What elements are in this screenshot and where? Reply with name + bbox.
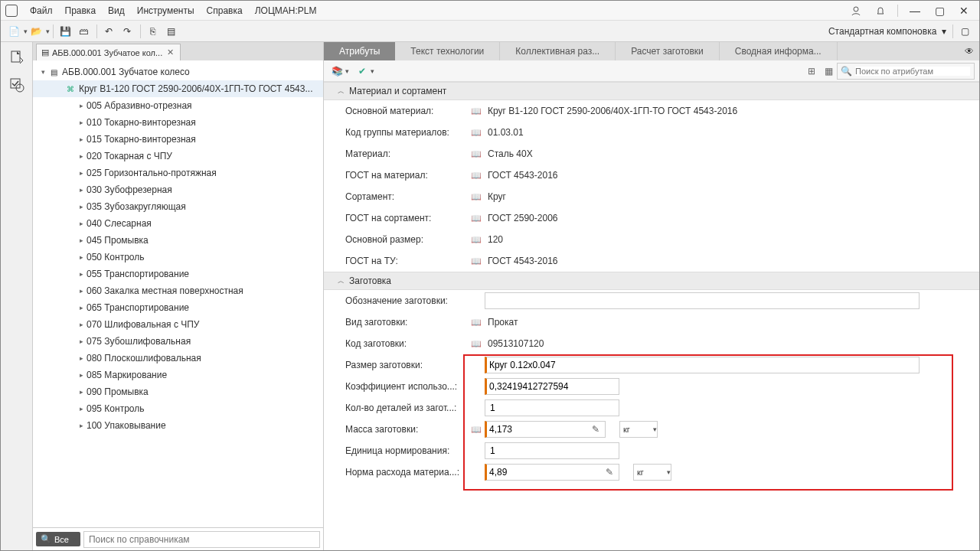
structure-tree[interactable]: ▾ ▤ АБВ.000.001 Зубчатое колесо ⌘ Круг В… (33, 60, 323, 527)
minimize-button[interactable]: — (904, 3, 926, 18)
expand-icon[interactable]: ▸ (77, 236, 85, 244)
expand-icon[interactable]: ▸ (77, 354, 85, 362)
tab-tech-text[interactable]: Текст технологии (395, 42, 500, 60)
rail-document-icon[interactable] (6, 47, 28, 68)
expand-icon[interactable]: ▸ (77, 321, 85, 328)
tree-operation-node[interactable]: ▸040 Слесарная (33, 215, 323, 232)
attr-label: Кол-во деталей из загот...: (345, 403, 471, 413)
tree-view-icon[interactable]: ⊞ (803, 63, 820, 80)
tree-operation-node[interactable]: ▸070 Шлифовальная с ЧПУ (33, 316, 323, 333)
tree-operation-node[interactable]: ▸025 Горизонтально-протяжная (33, 165, 323, 181)
save-all-icon[interactable]: 🗃 (75, 23, 92, 40)
tab-summary[interactable]: Сводная информа... (720, 42, 838, 60)
section-material[interactable]: ︿ Материал и сортамент (324, 82, 979, 100)
expand-icon[interactable]: ▸ (77, 405, 85, 412)
tree-operation-node[interactable]: ▸055 Транспортирование (33, 266, 323, 282)
maximize-button[interactable]: ▢ (929, 3, 950, 18)
tab-close-icon[interactable]: ✕ (165, 47, 175, 57)
expand-icon[interactable]: ▸ (77, 253, 85, 261)
parts-count-input[interactable] (485, 399, 619, 416)
new-icon[interactable]: 📄 (5, 23, 22, 40)
expand-icon[interactable]: ▸ (77, 287, 85, 295)
tree-operation-node[interactable]: ▸005 Абразивно-отрезная (33, 97, 323, 114)
expand-icon[interactable]: ▸ (77, 270, 85, 278)
menu-edit[interactable]: Правка (59, 1, 103, 21)
search-scope-button[interactable]: 🔍 Все ▾ (36, 532, 80, 546)
document-tab[interactable]: ▤ АБВ.000.001 Зубчатое кол... ✕ (36, 44, 181, 60)
expand-icon[interactable]: ▸ (77, 135, 85, 143)
mass-input[interactable] (485, 421, 606, 438)
tree-operation-node[interactable]: ▸010 Токарно-винторезная (33, 114, 323, 131)
tree-operation-node[interactable]: ▸045 Промывка (33, 232, 323, 249)
tree-operation-node[interactable]: ▸085 Маркирование (33, 367, 323, 383)
attr-value: Круг В1-120 ГОСТ 2590-2006/40Х-1ГП-ТО ГО… (485, 106, 921, 116)
undo-icon[interactable]: ↶ (100, 23, 117, 40)
check-icon[interactable]: ✔ (354, 63, 371, 80)
pencil-icon[interactable]: ✎ (606, 467, 613, 478)
settings-icon[interactable]: ▢ (956, 23, 973, 40)
menu-plm[interactable]: ЛОЦМАН:PLM (249, 1, 323, 21)
tree-operation-node[interactable]: ▸020 Токарная с ЧПУ (33, 148, 323, 165)
redo-icon[interactable]: ↷ (119, 23, 136, 40)
rail-check-icon[interactable] (6, 74, 28, 96)
expand-icon[interactable]: ▸ (77, 304, 85, 311)
reference-search-input[interactable] (83, 531, 320, 548)
tree-operation-node[interactable]: ▸065 Транспортирование (33, 299, 323, 316)
expand-icon[interactable]: ▸ (77, 388, 85, 396)
norm-unit-input[interactable] (485, 442, 619, 459)
designation-input[interactable] (485, 292, 920, 309)
expand-icon[interactable]: ▸ (77, 102, 85, 109)
size-input[interactable] (485, 357, 920, 373)
expand-icon[interactable]: ▸ (77, 152, 85, 160)
tree-operation-node[interactable]: ▸050 Контроль (33, 249, 323, 266)
tab-collective[interactable]: Коллективная раз... (500, 42, 616, 60)
books-icon[interactable]: 📚 (328, 63, 345, 80)
menu-view[interactable]: Вид (102, 1, 131, 21)
coefficient-input[interactable] (485, 378, 619, 395)
mass-unit-select[interactable]: кг▾ (619, 421, 658, 438)
tab-attributes[interactable]: Атрибуты (324, 42, 395, 60)
close-button[interactable]: ✕ (953, 3, 975, 18)
expand-icon[interactable]: ▸ (77, 119, 85, 126)
open-icon[interactable]: 📂 (28, 23, 44, 40)
expand-icon[interactable]: ▸ (77, 371, 85, 379)
tree-operation-node[interactable]: ▸075 Зубошлифовальная (33, 333, 323, 350)
menu-file[interactable]: Файл (24, 1, 59, 21)
attribute-search[interactable]: 🔍 (837, 63, 975, 80)
attr-label: Код заготовки: (345, 338, 471, 349)
tree-operation-node[interactable]: ▸030 Зубофрезерная (33, 181, 323, 198)
grid-view-icon[interactable]: ▦ (820, 63, 837, 80)
expand-icon[interactable]: ▸ (77, 169, 85, 177)
expand-icon[interactable]: ▸ (77, 337, 85, 345)
tree-operation-node[interactable]: ▸035 Зубозакругляющая (33, 198, 323, 215)
tree-operation-node[interactable]: ▸095 Контроль (33, 400, 323, 417)
material-norm-input[interactable] (485, 464, 619, 481)
tab-workpiece-calc[interactable]: Расчет заготовки (616, 42, 720, 60)
tree-operation-node[interactable]: ▸080 Плоскошлифовальная (33, 350, 323, 367)
tree-selected-node[interactable]: ⌘ Круг В1-120 ГОСТ 2590-2006/40Х-1ГП-ТО … (33, 80, 323, 97)
bell-icon[interactable] (870, 3, 891, 18)
expand-icon[interactable]: ▸ (77, 220, 85, 227)
menu-tools[interactable]: Инструменты (131, 1, 201, 21)
layout-selector[interactable]: Стандартная компоновка ▾ (825, 24, 949, 38)
expand-icon[interactable]: ▸ (77, 203, 85, 210)
visibility-icon[interactable]: 👁 (959, 42, 979, 60)
menu-help[interactable]: Справка (201, 1, 249, 21)
tree-operation-node[interactable]: ▸060 Закалка местная поверхностная (33, 282, 323, 299)
user-icon[interactable] (845, 3, 867, 18)
expand-icon[interactable]: ▸ (77, 422, 85, 429)
attribute-search-input[interactable] (855, 67, 970, 76)
search-icon: 🔍 (841, 66, 852, 77)
material-norm-unit-select[interactable]: кг▾ (633, 464, 671, 481)
expand-icon[interactable]: ▸ (77, 186, 85, 194)
tree-operation-node[interactable]: ▸015 Токарно-винторезная (33, 131, 323, 148)
collapse-icon[interactable]: ▾ (39, 68, 47, 76)
tree-operation-node[interactable]: ▸100 Упаковывание (33, 417, 323, 434)
section-workpiece[interactable]: ︿ Заготовка (324, 272, 979, 290)
pencil-icon[interactable]: ✎ (592, 424, 599, 435)
export-icon[interactable]: ⎘ (144, 23, 161, 40)
save-icon[interactable]: 💾 (57, 23, 74, 40)
tree-operation-node[interactable]: ▸090 Промывка (33, 383, 323, 400)
tree-root[interactable]: ▾ ▤ АБВ.000.001 Зубчатое колесо (33, 64, 323, 80)
copy-icon[interactable]: ▤ (162, 23, 179, 40)
